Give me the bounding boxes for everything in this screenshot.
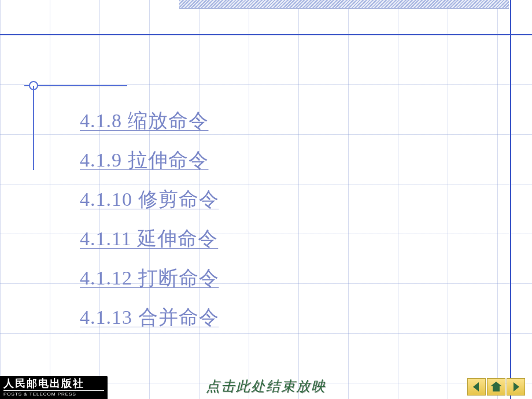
publisher-badge: 人民邮电出版社 POSTS & TELECOM PRESS [0, 376, 108, 399]
publisher-name-en: POSTS & TELECOM PRESS [3, 390, 104, 397]
end-show-link[interactable]: 点击此处结束放映 [206, 377, 326, 396]
toc-link-4-1-11[interactable]: 4.1.11 延伸命令 [80, 229, 404, 249]
svg-marker-3 [513, 382, 519, 391]
top-horizontal-rule [0, 34, 532, 35]
svg-marker-1 [490, 382, 502, 386]
footer: 人民邮电出版社 POSTS & TELECOM PRESS 点击此处结束放映 [0, 375, 532, 399]
chevron-right-icon [510, 381, 522, 393]
decoration-horizontal-line [24, 85, 127, 86]
home-button[interactable] [487, 378, 505, 396]
publisher-name-cn: 人民邮电出版社 [3, 376, 104, 390]
right-vertical-rule [510, 0, 511, 399]
next-button[interactable] [507, 378, 525, 396]
svg-rect-2 [493, 386, 500, 391]
toc-link-4-1-8[interactable]: 4.1.8 缩放命令 [80, 111, 404, 131]
slide: 4.1.8 缩放命令 4.1.9 拉伸命令 4.1.10 修剪命令 4.1.11… [0, 0, 532, 399]
home-icon [490, 381, 503, 393]
prev-button[interactable] [467, 378, 486, 396]
toc-link-4-1-9[interactable]: 4.1.9 拉伸命令 [80, 150, 404, 170]
toc-list: 4.1.8 缩放命令 4.1.9 拉伸命令 4.1.10 修剪命令 4.1.11… [80, 111, 404, 347]
chevron-left-icon [471, 381, 482, 393]
toc-link-4-1-10[interactable]: 4.1.10 修剪命令 [80, 190, 404, 209]
toc-link-4-1-12[interactable]: 4.1.12 打断命令 [80, 268, 404, 288]
decoration-vertical-line [33, 86, 34, 170]
svg-marker-0 [473, 382, 479, 391]
nav-buttons [467, 378, 525, 396]
top-hatched-bar [179, 0, 509, 9]
toc-link-4-1-13[interactable]: 4.1.13 合并命令 [80, 308, 404, 327]
